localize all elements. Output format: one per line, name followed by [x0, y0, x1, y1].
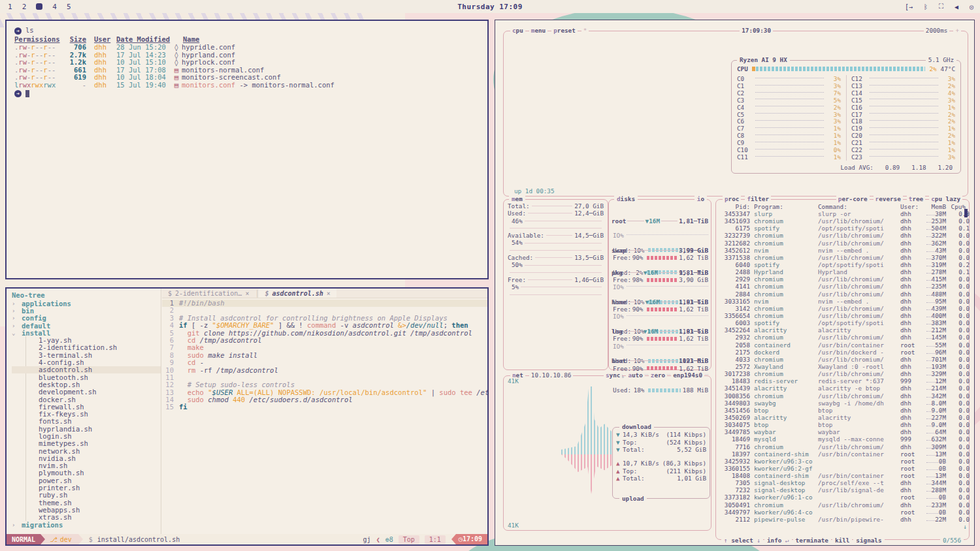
process-row[interactable]: 3033165 nvim nvim --embed . dhh 95M 0.0 — [720, 298, 965, 305]
tray-icon[interactable]: ᛒ — [924, 3, 928, 10]
process-row[interactable]: 3212682 chromium /usr/lib/chromium/ dhh … — [720, 240, 965, 247]
tree-item[interactable]: 4-config.sh — [12, 358, 161, 366]
tray-icon[interactable]: ◎ — [970, 3, 973, 10]
workspace-button[interactable]: 2 — [22, 3, 27, 11]
tab-disks[interactable]: disks — [614, 195, 638, 202]
tree-item[interactable]: hyprlandia.sh — [12, 425, 161, 432]
tree-item[interactable]: › migrations — [12, 521, 161, 528]
tree-item[interactable]: login.sh — [12, 432, 161, 439]
tab-cpu[interactable]: cpu — [510, 27, 525, 34]
process-row[interactable]: 3451439 alacritty alacritty -e btop dhh … — [720, 385, 965, 392]
process-row[interactable]: 3449803 swaybg swaybg -i /home/dh dhh 8.… — [720, 400, 965, 407]
terminal-cursor[interactable] — [25, 90, 29, 97]
process-row[interactable]: 3452264 alacritty alacritty dhh 212M 0.0 — [720, 326, 965, 334]
tree-item[interactable]: fix-fkeys.sh — [12, 410, 161, 417]
tray-icon[interactable]: ⛶ — [939, 3, 943, 10]
tree-item[interactable]: power.sh — [12, 477, 161, 484]
tab-cpu-lazy[interactable]: cpu lazy — [929, 195, 962, 202]
process-row[interactable]: 6040 spotify /opt/spotify/spoti dhh 319M… — [720, 261, 965, 268]
process-row[interactable]: 2929 chromium /usr/lib/chromium/ dhh 415… — [720, 276, 965, 283]
tree-item[interactable]: asdcontrol.sh — [12, 366, 161, 373]
tree-item[interactable]: mimetypes.sh — [12, 440, 161, 447]
process-row[interactable]: 3449785 waybar waybar dhh 64M 0.0 — [720, 428, 965, 435]
process-row[interactable]: 3142 chromium /usr/lib/chromium/ dhh 439… — [720, 305, 965, 312]
tree-item[interactable]: firewall.sh — [12, 403, 161, 410]
process-row[interactable]: 2932 chromium /usr/lib/chromium/ dhh 145… — [720, 334, 965, 341]
proc-action-button[interactable]: ↑ select ↓ — [721, 537, 763, 544]
process-row[interactable]: 3425932 kworker/u96:3-co root 0B 0.0 — [720, 458, 965, 465]
process-row[interactable]: 18408 containerd-shim /usr/bin/container… — [720, 472, 965, 479]
tree-item[interactable]: docker.sh — [12, 396, 161, 403]
process-row[interactable]: 3360155 kworker/u96:2-gf root 0B 0.0 — [720, 465, 965, 472]
tree-item[interactable]: 1-yay.sh — [12, 336, 161, 343]
tree-item[interactable]: ⌄ install — [12, 329, 161, 336]
process-row[interactable]: 2884 chromium /usr/lib/chromium/ dhh 488… — [720, 291, 965, 298]
process-row[interactable]: 18483 redis-server redis-server *:637 99… — [720, 377, 965, 385]
tab-preset[interactable]: preset — [551, 27, 578, 34]
workspace-button[interactable]: 4 — [52, 3, 57, 11]
proc-action-button[interactable]: kill — [832, 537, 852, 544]
tree-item[interactable]: nvidia.sh — [12, 454, 161, 462]
process-row[interactable]: 3232739 chromium /usr/lib/chromium/ dhh … — [720, 232, 965, 239]
proc-action-button[interactable]: info ↵ — [764, 537, 792, 544]
tree-item[interactable]: xtras.sh — [12, 514, 161, 521]
tab-2-identification[interactable]: $ 2-identification… × — [162, 289, 255, 298]
process-row[interactable]: 3452612 nvim nvim --embed . dhh 43M 0.0 — [720, 247, 965, 254]
close-icon[interactable]: × — [245, 290, 249, 297]
process-row[interactable]: 3034075 btop btop dhh 9.0M 0.0 — [720, 421, 965, 428]
workspace-button[interactable]: 5 — [67, 3, 71, 11]
tree-item[interactable]: desktop.sh — [12, 381, 161, 388]
process-row[interactable]: 3453347 slurp slurp -or dhh 38M 0.0 — [720, 210, 965, 217]
process-row[interactable]: 3050491 chromium /usr/lib/chromium/ dhh … — [720, 501, 965, 509]
tree-item[interactable]: fonts.sh — [12, 418, 161, 425]
process-row[interactable]: 18469 mysqld mysqld --max-conne 999 632M… — [720, 435, 965, 443]
tree-item[interactable]: ruby.sh — [12, 492, 161, 499]
process-row[interactable]: 2058 containerd /usr/bin/container root … — [720, 341, 965, 349]
workspace-button[interactable]: 1 — [8, 3, 12, 11]
process-row[interactable]: 2572 Xwayland Xwayland :0 -rootl dhh 193… — [720, 363, 965, 370]
process-row[interactable]: 3017238 chromium /usr/lib/chromium/ dhh … — [720, 370, 965, 377]
tab-tree[interactable]: tree — [907, 195, 925, 202]
tab-asdcontrol[interactable]: $ asdcontrol.sh × — [259, 289, 336, 298]
tab-menu[interactable]: menu — [529, 27, 547, 34]
tree-item[interactable]: 3-terminal.sh — [12, 351, 161, 358]
tree-item[interactable]: › bin — [12, 307, 161, 314]
tree-item[interactable]: development.sh — [12, 388, 161, 396]
proc-action-button[interactable]: signals — [853, 537, 884, 544]
proc-scrollbar-thumb[interactable] — [964, 209, 968, 217]
process-row[interactable]: 3449797 kworker/u96:4-co root 0B 0.0 — [720, 509, 965, 516]
tree-item[interactable]: › config — [12, 315, 161, 322]
tab-proc[interactable]: proc — [723, 195, 741, 202]
tab-io[interactable]: io — [694, 195, 707, 202]
scroll-down-icon[interactable]: ↓ — [963, 523, 967, 530]
process-row[interactable]: 3008356 chromium /usr/lib/chromium/ dhh … — [720, 392, 965, 400]
tab-mem[interactable]: mem — [509, 195, 525, 202]
process-row[interactable]: 2175 dockerd /usr/bin/dockerd - root 96M… — [720, 349, 965, 356]
process-row[interactable]: 4141 chromium /usr/lib/chromium/ dhh 235… — [720, 283, 965, 290]
tree-item[interactable]: › default — [12, 322, 161, 329]
tree-item[interactable]: printer.sh — [12, 484, 161, 491]
tab-auto[interactable]: auto — [626, 371, 644, 379]
tree-item[interactable]: bluetooth.sh — [12, 373, 161, 381]
process-row[interactable]: 2488 Hyprland Hyprland dhh 278M 0.1 — [720, 268, 965, 276]
workspace-button[interactable] — [36, 3, 42, 10]
process-row[interactable]: 3373182 kworker/u96:1-co root 0B 0.0 — [720, 494, 965, 501]
process-row[interactable]: 6003 spotify /opt/spotify/spoti dhh 383M… — [720, 319, 965, 326]
tree-item[interactable]: 2-identification.sh — [12, 344, 161, 351]
proc-action-button[interactable]: terminate — [793, 537, 831, 544]
process-row[interactable]: 3451693 chromium /usr/lib/chromium/ dhh … — [720, 217, 965, 225]
tree-item[interactable]: webapps.sh — [12, 506, 161, 513]
process-row[interactable]: 7305 signal-desktop /proc/self/exe --t d… — [720, 479, 965, 486]
tray-icon[interactable]: ◀ — [955, 3, 958, 10]
tab-reverse[interactable]: reverse — [874, 195, 903, 202]
tree-item[interactable]: theme.sh — [12, 499, 161, 506]
process-row[interactable]: 3371538 chromium /usr/lib/chromium/ dhh … — [720, 254, 965, 261]
process-row[interactable]: 3451456 btop btop dhh 9.0M 0.0 — [720, 407, 965, 414]
tray-icon[interactable]: [→ — [905, 3, 913, 10]
interval-plus[interactable]: + — [953, 27, 961, 34]
process-row[interactable]: 3450269 alacritty alacritty dhh 227M 0.0 — [720, 414, 965, 421]
process-row[interactable]: 18397 containerd-shim /usr/bin/container… — [720, 450, 965, 458]
process-row[interactable]: 7716 chromium /usr/lib/chromium/ dhh 309… — [720, 443, 965, 450]
process-row[interactable]: 2112 pipewire-pulse /usr/bin/pipewire- d… — [720, 516, 965, 523]
tree-item[interactable]: › applications — [12, 300, 161, 307]
